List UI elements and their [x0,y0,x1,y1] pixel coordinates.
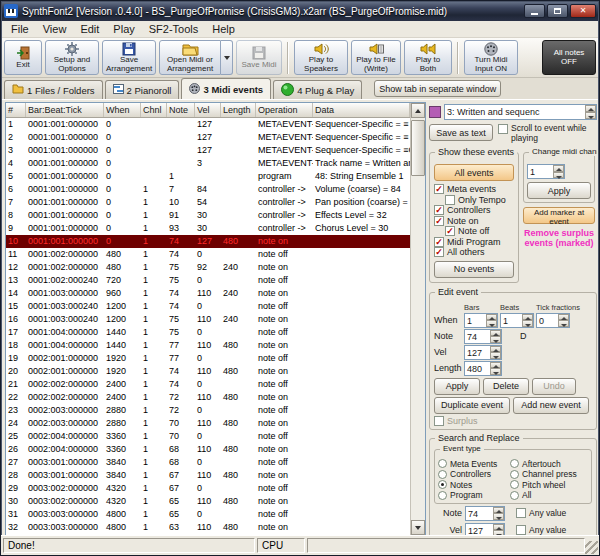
play-to-both-button[interactable]: Play to Both [404,40,452,75]
down-arrow-icon[interactable] [490,368,501,375]
title-bar[interactable]: SynthFont2 [Version .0.4.0] - BS_PurgeOf… [1,1,599,21]
table-row[interactable]: 170001:004:00000014401750note off [6,326,410,339]
vel-any-value-checkbox[interactable]: Any value [516,525,566,535]
table-row[interactable]: 230002:003:00000028801720note off [6,404,410,417]
setup-options-button[interactable]: Setup and Options [45,40,99,75]
checkbox-note-on[interactable]: ✓Note on [434,216,514,227]
down-arrow-icon[interactable] [553,172,564,179]
menu-play[interactable]: Play [106,22,141,37]
column-header[interactable]: Chnl [141,103,167,117]
play-to-speakers-button[interactable]: Play to Speakers [294,40,348,75]
table-row[interactable]: 70001:001:000000011054controller ->Pan p… [6,196,410,209]
checkbox-only-tempo[interactable]: Only Tempo [445,195,514,206]
close-button[interactable]: ✕ [570,4,596,18]
table-row[interactable]: 270003:001:00000038401680note off [6,456,410,469]
table-row[interactable]: 240002:003:0000002880170110480note on [6,417,410,430]
open-midi-dropdown-button[interactable] [221,40,233,75]
all-events-button[interactable]: All events [434,164,514,181]
length-spinner[interactable]: 480 [464,361,502,376]
table-row[interactable]: 10001:001:0000000127METAEVENT->Sequencer… [6,118,410,131]
tab-plug-play[interactable]: 4 Plug & Play [273,80,362,99]
table-row[interactable]: 290003:002:00000043201670note off [6,482,410,495]
radio-channel-press[interactable]: Channel press [510,469,577,480]
table-row[interactable]: 120001:002:00000048017592240note on [6,261,410,274]
radio-controllers[interactable]: Controllers [438,469,510,480]
menu-view[interactable]: View [36,22,74,37]
save-midi-button[interactable]: Save Midi [236,40,282,75]
checkbox-midi-program[interactable]: ✓Midi Program [434,237,514,248]
menu-file[interactable]: File [4,22,36,37]
scrollbar-thumb[interactable] [411,120,425,176]
menu-edit[interactable]: Edit [73,22,106,37]
save-as-text-button[interactable]: Save as text [429,124,493,141]
table-row[interactable]: 160001:003:0002401200175110240note on [6,313,410,326]
table-row[interactable]: 40001:001:00000003METAEVENT->Track name … [6,157,410,170]
column-header[interactable]: Vel [195,103,221,117]
radio-aftertouch[interactable]: Aftertouch [510,459,577,470]
play-to-file-button[interactable]: Play to File (Write) [351,40,401,75]
table-row[interactable]: 90001:001:000000019330controller ->Choru… [6,222,410,235]
table-row[interactable]: 180001:004:0000001440177110480note on [6,339,410,352]
surplus-checkbox[interactable]: Surplus [434,416,592,426]
down-arrow-icon[interactable] [585,112,596,119]
table-row[interactable]: 60001:001:00000001784controller ->Volume… [6,183,410,196]
menu-sf2-tools[interactable]: SF2-Tools [142,22,206,37]
table-row[interactable]: 250002:004:00000033601700note off [6,430,410,443]
tab-pianoroll[interactable]: 2 Pianoroll [105,80,180,99]
down-arrow-icon[interactable] [558,320,569,327]
table-row[interactable]: 310003:003:00000048001650note off [6,508,410,521]
exit-button[interactable]: Exit [4,40,42,75]
table-row[interactable]: 260002:004:0000003360168110480note on [6,443,410,456]
scrollbar-track[interactable] [411,118,425,520]
table-row[interactable]: 100001:001:0000000174127480note on [6,235,410,248]
save-arrangement-button[interactable]: Save Arrangement [102,40,156,75]
radio-program[interactable]: Program [438,490,510,501]
table-row[interactable]: 130001:002:0002407201750note off [6,274,410,287]
events-table-body[interactable]: 10001:001:0000000127METAEVENT->Sequencer… [6,118,410,535]
table-row[interactable]: 190002:001:00000019201770note off [6,352,410,365]
table-row[interactable]: 200002:001:0000001920174110480note on [6,365,410,378]
checkbox-note-off[interactable]: ✓Note off [445,226,514,237]
delete-button[interactable]: Delete [483,378,529,395]
apply-button[interactable]: Apply [434,378,480,395]
resize-grip[interactable] [585,541,598,554]
checkbox-meta-events[interactable]: ✓Meta events [434,184,514,195]
column-header[interactable]: Operation [256,103,313,117]
checkbox-all-others[interactable]: ✓All others [434,247,514,258]
menu-help[interactable]: Help [205,22,242,37]
column-header[interactable]: Note [167,103,195,117]
duplicate-event-button[interactable]: Duplicate event [434,397,510,414]
note-any-value-checkbox[interactable]: Any value [516,508,566,518]
table-row[interactable]: 210002:002:00000024001740note off [6,378,410,391]
maximize-button[interactable] [547,4,568,18]
table-row[interactable]: 150001:003:00024012001740note off [6,300,410,313]
radio-notes[interactable]: Notes [438,480,510,491]
tab-files-folders[interactable]: 1 Files / Folders [4,80,103,99]
down-arrow-icon[interactable] [490,352,501,359]
table-row[interactable]: 320003:003:0000004800163110480note on [6,521,410,534]
radio-pitch-wheel[interactable]: Pitch wheel [510,480,577,491]
table-row[interactable]: 220002:002:0000002400172110480note on [6,391,410,404]
checkbox-controllers[interactable]: ✓Controllers [434,205,514,216]
table-row[interactable]: 50001:001:00000001program48: String Ense… [6,170,410,183]
search-vel-spinner[interactable]: 127 [465,523,505,537]
up-arrow-icon[interactable] [585,105,596,112]
table-row[interactable]: 30001:001:0000000127METAEVENT->Sequencer… [6,144,410,157]
when-bars-spinner[interactable]: 1 [464,313,498,328]
undo-button[interactable]: Undo [532,378,576,395]
column-header[interactable]: Bar:Beat:Tick [26,103,104,117]
scroll-to-event-checkbox[interactable]: Scroll to event while playing [498,124,590,143]
add-marker-button[interactable]: Add marker at event [523,207,595,224]
table-row[interactable]: 300003:002:0000004320165110480note on [6,495,410,508]
column-header[interactable]: Data [313,103,410,117]
scroll-down-button[interactable] [411,520,425,535]
table-row[interactable]: 140001:003:000000960174110240note on [6,287,410,300]
midi-input-button[interactable]: Turn Midi Input ON [464,40,518,75]
table-row[interactable]: 110001:002:0000004801740note off [6,248,410,261]
table-row[interactable]: 280003:001:0000003840167110480note on [6,469,410,482]
all-notes-off-button[interactable]: All notes OFF [542,40,596,75]
down-arrow-icon[interactable] [493,513,504,520]
minimize-button[interactable] [524,4,545,18]
note-spinner[interactable]: 74 [464,329,502,344]
add-new-event-button[interactable]: Add new event [513,397,589,414]
